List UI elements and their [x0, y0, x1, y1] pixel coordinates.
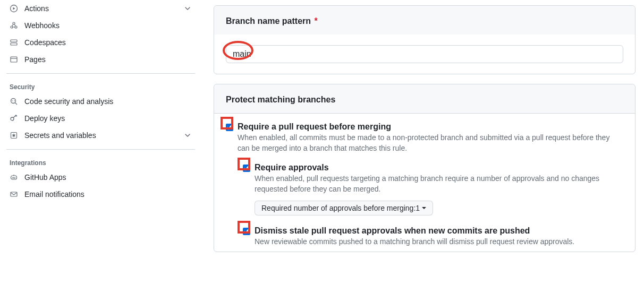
mail-icon	[10, 190, 18, 198]
codespaces-icon	[10, 38, 18, 47]
sidebar-item-code-security[interactable]: Code security and analysis	[4, 93, 197, 110]
required-approvals-dropdown[interactable]: Required number of approvals before merg…	[255, 201, 433, 215]
dismiss-stale-checkbox[interactable]	[243, 228, 250, 235]
svg-rect-5	[11, 43, 17, 45]
sidebar-heading-integrations: Integrations	[4, 155, 197, 169]
rule-desc: When enabled, all commits must be made t…	[238, 133, 623, 153]
rule-title: Require approvals	[255, 163, 623, 172]
svg-line-9	[15, 103, 18, 105]
svg-point-2	[15, 26, 17, 28]
branch-pattern-heading-text: Branch name pattern	[226, 16, 311, 25]
browser-icon	[10, 55, 18, 64]
sidebar-item-label: Email notifications	[24, 190, 192, 198]
approvals-dropdown-wrap: Required number of approvals before merg…	[255, 201, 635, 215]
sidebar-item-actions[interactable]: Actions	[4, 0, 197, 17]
sidebar-item-label: GitHub Apps	[24, 173, 192, 182]
sidebar-item-label: Deploy keys	[24, 114, 192, 123]
rule-title: Require a pull request before merging	[238, 122, 623, 132]
rule-dismiss-stale: Dismiss stale pull request approvals whe…	[231, 224, 635, 248]
sidebar-item-github-apps[interactable]: GitHub Apps	[4, 169, 197, 186]
sidebar-heading-security: Security	[4, 79, 197, 93]
protect-branches-box: Protect matching branches Require a pull…	[214, 84, 635, 252]
sidebar-item-secrets[interactable]: Secrets and variables	[4, 127, 197, 144]
svg-point-1	[11, 26, 13, 28]
sidebar-item-pages[interactable]: Pages	[4, 51, 197, 68]
require-approvals-checkbox[interactable]	[243, 165, 250, 172]
required-asterisk: *	[315, 16, 318, 25]
key-icon	[10, 114, 18, 123]
play-circle-icon	[10, 4, 18, 13]
sidebar-divider	[6, 149, 195, 150]
sidebar-item-codespaces[interactable]: Codespaces	[4, 34, 197, 51]
svg-rect-4	[11, 40, 17, 42]
chevron-down-icon	[183, 131, 192, 140]
hubot-icon	[10, 173, 18, 182]
search-code-icon	[10, 97, 18, 106]
rule-require-pr: Require a pull request before merging Wh…	[214, 120, 635, 154]
sidebar-item-email-notifications[interactable]: Email notifications	[4, 186, 197, 203]
sidebar-item-label: Code security and analysis	[24, 97, 192, 106]
svg-point-10	[11, 117, 14, 120]
caret-down-icon	[422, 207, 426, 209]
sidebar-item-label: Pages	[24, 55, 192, 64]
webhook-icon	[10, 21, 18, 30]
asterisk-box-icon	[10, 131, 18, 140]
protect-branches-heading: Protect matching branches	[214, 84, 635, 114]
sidebar-item-webhooks[interactable]: Webhooks	[4, 17, 197, 34]
branch-name-pattern-box: Branch name pattern *	[214, 5, 635, 74]
branch-pattern-heading: Branch name pattern *	[214, 6, 635, 34]
sidebar-item-label: Webhooks	[24, 21, 192, 30]
rule-desc: When enabled, pull requests targeting a …	[255, 174, 623, 194]
chevron-down-icon	[183, 4, 192, 13]
sidebar-item-deploy-keys[interactable]: Deploy keys	[4, 110, 197, 127]
sidebar-item-label: Codespaces	[24, 38, 192, 47]
sidebar-divider	[6, 73, 195, 74]
svg-rect-6	[11, 57, 17, 62]
sidebar-item-label: Secrets and variables	[24, 131, 183, 140]
sidebar-item-label: Actions	[24, 4, 183, 13]
rule-require-approvals: Require approvals When enabled, pull req…	[231, 161, 635, 195]
rule-title: Dismiss stale pull request approvals whe…	[255, 226, 623, 236]
dropdown-value: 1	[416, 204, 420, 212]
rule-desc: New reviewable commits pushed to a match…	[255, 237, 623, 247]
branch-pattern-input[interactable]	[226, 45, 623, 63]
require-pr-checkbox[interactable]	[226, 124, 233, 131]
dropdown-label-prefix: Required number of approvals before merg…	[261, 204, 416, 212]
svg-rect-14	[11, 192, 17, 196]
